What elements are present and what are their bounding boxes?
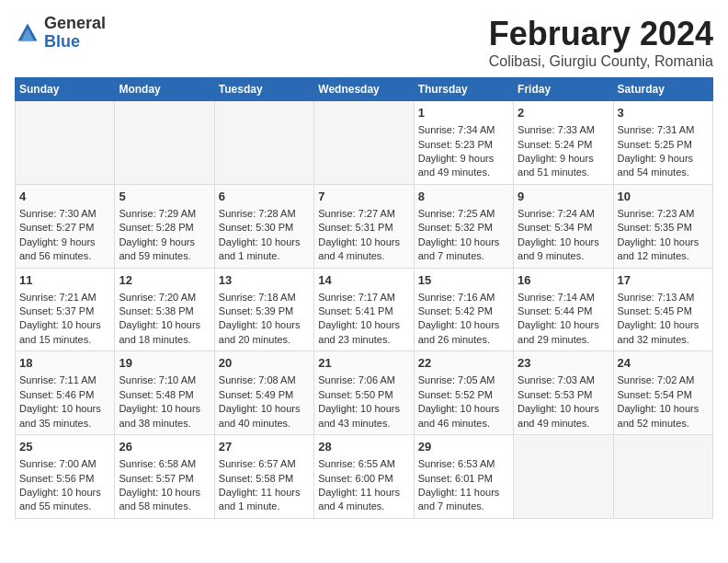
- calendar-cell: 29Sunrise: 6:53 AMSunset: 6:01 PMDayligh…: [414, 435, 513, 519]
- day-of-week-header: Monday: [115, 78, 214, 101]
- day-info: Sunrise: 7:24 AM: [518, 207, 609, 221]
- calendar-cell: 4Sunrise: 7:30 AMSunset: 5:27 PMDaylight…: [16, 184, 115, 268]
- calendar-cell: [613, 435, 712, 519]
- day-number: 19: [119, 355, 210, 372]
- day-info: Sunset: 5:27 PM: [19, 221, 110, 235]
- day-info: Sunset: 5:32 PM: [418, 221, 509, 235]
- day-info: Sunset: 5:49 PM: [219, 388, 310, 402]
- day-info: Sunset: 6:00 PM: [318, 472, 409, 486]
- day-info: Sunrise: 7:25 AM: [418, 207, 509, 221]
- calendar-cell: 9Sunrise: 7:24 AMSunset: 5:34 PMDaylight…: [514, 184, 613, 268]
- day-info: Sunset: 5:42 PM: [418, 304, 509, 318]
- day-info: Daylight: 9 hours and 59 minutes.: [119, 236, 210, 264]
- logo-blue-text: Blue: [44, 33, 106, 52]
- day-number: 17: [618, 272, 709, 289]
- day-number: 27: [219, 439, 310, 455]
- day-info: Daylight: 10 hours and 4 minutes.: [318, 236, 409, 264]
- calendar-cell: 26Sunrise: 6:58 AMSunset: 5:57 PMDayligh…: [115, 435, 214, 519]
- day-number: 13: [219, 272, 310, 289]
- day-number: 23: [518, 355, 609, 372]
- day-info: Sunset: 5:45 PM: [618, 304, 709, 318]
- day-number: 10: [618, 189, 709, 205]
- calendar-cell: 6Sunrise: 7:28 AMSunset: 5:30 PMDaylight…: [214, 184, 313, 268]
- day-number: 26: [119, 439, 210, 455]
- day-info: Sunset: 5:58 PM: [219, 472, 310, 486]
- day-number: 1: [418, 105, 509, 121]
- calendar-cell: 13Sunrise: 7:18 AMSunset: 5:39 PMDayligh…: [214, 268, 313, 351]
- day-info: Sunrise: 7:11 AM: [19, 373, 110, 387]
- day-info: Sunrise: 7:33 AM: [518, 123, 609, 137]
- calendar-cell: 20Sunrise: 7:08 AMSunset: 5:49 PMDayligh…: [214, 351, 313, 435]
- calendar-cell: 27Sunrise: 6:57 AMSunset: 5:58 PMDayligh…: [214, 435, 313, 519]
- day-number: 2: [518, 105, 609, 121]
- calendar-cell: 5Sunrise: 7:29 AMSunset: 5:28 PMDaylight…: [115, 184, 214, 268]
- day-info: Sunrise: 7:10 AM: [119, 373, 210, 387]
- day-info: Sunset: 5:39 PM: [219, 304, 310, 318]
- day-info: Daylight: 10 hours and 58 minutes.: [119, 486, 210, 514]
- day-info: Daylight: 9 hours and 54 minutes.: [618, 152, 709, 180]
- day-info: Sunset: 5:52 PM: [418, 388, 509, 402]
- day-info: Sunrise: 7:03 AM: [518, 373, 609, 387]
- day-number: 8: [418, 189, 509, 205]
- day-number: 12: [119, 272, 210, 289]
- day-info: Sunrise: 6:57 AM: [219, 457, 310, 471]
- day-info: Daylight: 10 hours and 32 minutes.: [618, 318, 709, 347]
- calendar-cell: 12Sunrise: 7:20 AMSunset: 5:38 PMDayligh…: [115, 268, 214, 351]
- day-info: Sunrise: 7:28 AM: [219, 207, 310, 221]
- day-info: Sunset: 6:01 PM: [418, 472, 509, 486]
- location-title: Colibasi, Giurgiu County, Romania: [489, 53, 713, 70]
- day-info: Sunset: 5:25 PM: [618, 138, 709, 152]
- day-info: Daylight: 11 hours and 4 minutes.: [318, 486, 409, 514]
- day-of-week-header: Thursday: [414, 78, 513, 101]
- day-info: Daylight: 10 hours and 26 minutes.: [418, 318, 509, 347]
- day-info: Sunrise: 7:31 AM: [618, 123, 709, 137]
- calendar-cell: [514, 435, 613, 519]
- day-info: Sunrise: 7:08 AM: [219, 373, 310, 387]
- calendar-cell: 22Sunrise: 7:05 AMSunset: 5:52 PMDayligh…: [414, 351, 513, 435]
- calendar-table: SundayMondayTuesdayWednesdayThursdayFrid…: [15, 77, 713, 519]
- day-number: 3: [618, 105, 709, 121]
- calendar-cell: 19Sunrise: 7:10 AMSunset: 5:48 PMDayligh…: [115, 351, 214, 435]
- day-info: Sunrise: 7:17 AM: [318, 291, 409, 304]
- day-number: 6: [219, 189, 310, 205]
- day-number: 5: [119, 189, 210, 205]
- logo: General Blue: [15, 15, 106, 52]
- day-number: 22: [418, 355, 509, 372]
- calendar-cell: 1Sunrise: 7:34 AMSunset: 5:23 PMDaylight…: [414, 101, 513, 185]
- day-number: 9: [518, 189, 609, 205]
- logo-text: General Blue: [44, 15, 106, 52]
- day-number: 15: [418, 272, 509, 289]
- calendar-cell: [16, 101, 115, 185]
- day-info: Sunrise: 7:34 AM: [418, 123, 509, 137]
- day-info: Sunset: 5:46 PM: [19, 388, 110, 402]
- calendar-cell: 8Sunrise: 7:25 AMSunset: 5:32 PMDaylight…: [414, 184, 513, 268]
- title-block: February 2024 Colibasi, Giurgiu County, …: [489, 15, 713, 70]
- day-info: Daylight: 10 hours and 15 minutes.: [19, 318, 110, 347]
- calendar-cell: 10Sunrise: 7:23 AMSunset: 5:35 PMDayligh…: [613, 184, 712, 268]
- day-number: 4: [19, 189, 110, 205]
- calendar-week-row: 11Sunrise: 7:21 AMSunset: 5:37 PMDayligh…: [16, 268, 713, 351]
- day-info: Sunset: 5:37 PM: [19, 304, 110, 318]
- calendar-week-row: 1Sunrise: 7:34 AMSunset: 5:23 PMDaylight…: [16, 101, 713, 185]
- day-number: 7: [318, 189, 409, 205]
- day-number: 21: [318, 355, 409, 372]
- calendar-cell: 21Sunrise: 7:06 AMSunset: 5:50 PMDayligh…: [314, 351, 414, 435]
- logo-icon: [15, 20, 40, 46]
- month-title: February 2024: [489, 15, 713, 53]
- day-info: Daylight: 10 hours and 38 minutes.: [119, 402, 210, 431]
- calendar-week-row: 4Sunrise: 7:30 AMSunset: 5:27 PMDaylight…: [16, 184, 713, 268]
- day-info: Sunset: 5:30 PM: [219, 221, 310, 235]
- day-info: Daylight: 10 hours and 49 minutes.: [518, 402, 609, 431]
- day-of-week-header: Friday: [514, 78, 613, 101]
- calendar-cell: 28Sunrise: 6:55 AMSunset: 6:00 PMDayligh…: [314, 435, 414, 519]
- day-info: Daylight: 10 hours and 52 minutes.: [618, 402, 709, 431]
- day-of-week-header: Sunday: [16, 78, 115, 101]
- calendar-cell: 16Sunrise: 7:14 AMSunset: 5:44 PMDayligh…: [514, 268, 613, 351]
- day-info: Sunset: 5:38 PM: [119, 304, 210, 318]
- day-info: Daylight: 10 hours and 29 minutes.: [518, 318, 609, 347]
- day-info: Sunset: 5:57 PM: [119, 472, 210, 486]
- day-info: Daylight: 10 hours and 46 minutes.: [418, 402, 509, 431]
- day-of-week-header: Saturday: [613, 78, 712, 101]
- day-info: Sunset: 5:50 PM: [318, 388, 409, 402]
- calendar-cell: 3Sunrise: 7:31 AMSunset: 5:25 PMDaylight…: [613, 101, 712, 185]
